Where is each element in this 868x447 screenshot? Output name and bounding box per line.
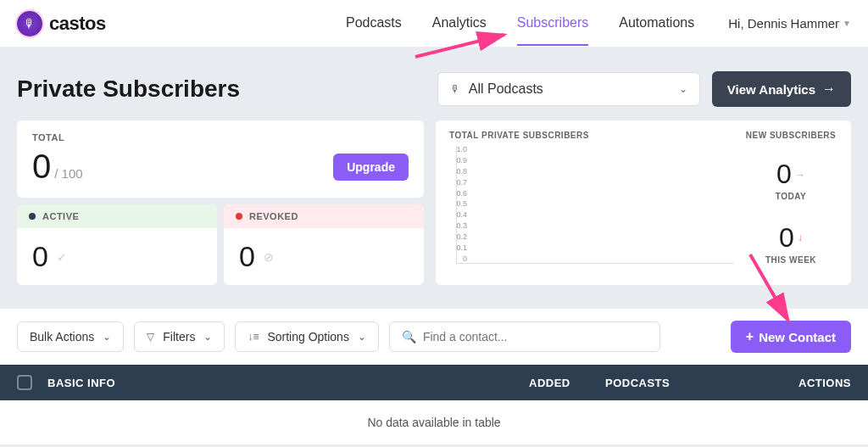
- sorting-button[interactable]: ↓≡ Sorting Options ⌄: [235, 321, 379, 352]
- blocked-icon: ⊘: [264, 250, 274, 264]
- search-icon: 🔍: [402, 330, 416, 344]
- revoked-card: REVOKED 0 ⊘: [224, 204, 424, 285]
- col-actions: ACTIONS: [775, 377, 851, 389]
- view-analytics-button[interactable]: View Analytics →: [712, 71, 851, 107]
- filter-icon: ▽: [147, 331, 154, 343]
- total-label: TOTAL: [32, 132, 409, 142]
- podcast-selector[interactable]: 🎙 All Podcasts ⌄: [437, 72, 700, 106]
- col-basic-info[interactable]: BASIC INFO: [47, 377, 529, 389]
- podcast-selector-text: All Podcasts: [469, 81, 670, 97]
- user-menu[interactable]: Hi, Dennis Hammer ▼: [728, 16, 851, 31]
- logo[interactable]: 🎙 castos: [17, 11, 106, 36]
- new-subs-week: 0 ↓ THIS WEEK: [744, 212, 837, 276]
- nav-analytics[interactable]: Analytics: [432, 15, 487, 46]
- col-podcasts[interactable]: PODCASTS: [605, 377, 775, 389]
- subscribers-chart: TOTAL PRIVATE SUBSCRIBERS 1.0 0.9 0.8 0.…: [449, 131, 734, 275]
- logo-icon: 🎙: [17, 11, 42, 36]
- chevron-down-icon: ⌄: [103, 331, 111, 343]
- main-nav: Podcasts Analytics Subscribers Automatio…: [346, 15, 694, 32]
- page-title: Private Subscribers: [17, 75, 426, 103]
- chevron-down-icon: ⌄: [358, 331, 366, 343]
- total-limit: / 100: [54, 166, 82, 181]
- select-all-checkbox[interactable]: [17, 375, 32, 390]
- upgrade-button[interactable]: Upgrade: [333, 154, 409, 181]
- sort-icon: ↓≡: [248, 331, 259, 343]
- chevron-down-icon: ⌄: [679, 83, 687, 95]
- user-greeting-text: Hi, Dennis Hammer: [728, 16, 839, 31]
- arrow-right-icon: →: [795, 169, 805, 181]
- new-contact-button[interactable]: + New Contact: [731, 321, 851, 353]
- plus-icon: +: [746, 329, 754, 344]
- new-subs-title: NEW SUBSCRIBERS: [744, 131, 837, 140]
- active-label: ACTIVE: [42, 211, 79, 221]
- filters-label: Filters: [163, 330, 195, 344]
- status-dot-icon: [236, 213, 242, 220]
- chevron-down-icon: ▼: [843, 19, 851, 28]
- arrow-right-icon: →: [822, 81, 836, 97]
- total-card: TOTAL 0 / 100 Upgrade: [17, 120, 424, 198]
- microphone-icon: 🎙: [450, 83, 460, 95]
- today-value: 0: [776, 159, 792, 190]
- new-subs-today: 0 → TODAY: [744, 148, 837, 212]
- table-empty-message: No data available in table: [0, 400, 868, 444]
- bulk-actions-button[interactable]: Bulk Actions ⌄: [17, 321, 124, 352]
- nav-subscribers[interactable]: Subscribers: [517, 15, 588, 46]
- nav-automations[interactable]: Automations: [619, 15, 694, 46]
- arrow-down-icon: ↓: [798, 232, 803, 243]
- week-value: 0: [779, 222, 794, 254]
- new-contact-label: New Contact: [759, 330, 836, 344]
- week-label: THIS WEEK: [744, 255, 837, 265]
- check-icon: ✓: [57, 250, 67, 264]
- today-label: TODAY: [744, 192, 837, 201]
- revoked-value: 0: [239, 240, 255, 273]
- table-header: BASIC INFO ADDED PODCASTS ACTIONS: [0, 365, 868, 400]
- chevron-down-icon: ⌄: [203, 331, 212, 343]
- active-card: ACTIVE 0 ✓: [17, 204, 217, 285]
- col-added[interactable]: ADDED: [529, 377, 605, 389]
- status-dot-icon: [29, 213, 36, 220]
- sorting-label: Sorting Options: [267, 330, 349, 344]
- view-analytics-label: View Analytics: [727, 82, 815, 97]
- chart-y-axis: 1.0 0.9 0.8 0.7 0.6 0.5 0.4 0.3 0.2 0.1 …: [450, 145, 467, 263]
- chart-title: TOTAL PRIVATE SUBSCRIBERS: [449, 131, 734, 140]
- brand-name: castos: [49, 13, 106, 35]
- revoked-label: REVOKED: [249, 211, 298, 221]
- total-value: 0: [32, 148, 51, 186]
- search-box[interactable]: 🔍: [389, 321, 660, 352]
- active-value: 0: [32, 240, 48, 273]
- bulk-actions-label: Bulk Actions: [30, 330, 94, 344]
- nav-podcasts[interactable]: Podcasts: [346, 15, 402, 46]
- search-input[interactable]: [423, 330, 648, 344]
- filters-button[interactable]: ▽ Filters ⌄: [134, 321, 225, 352]
